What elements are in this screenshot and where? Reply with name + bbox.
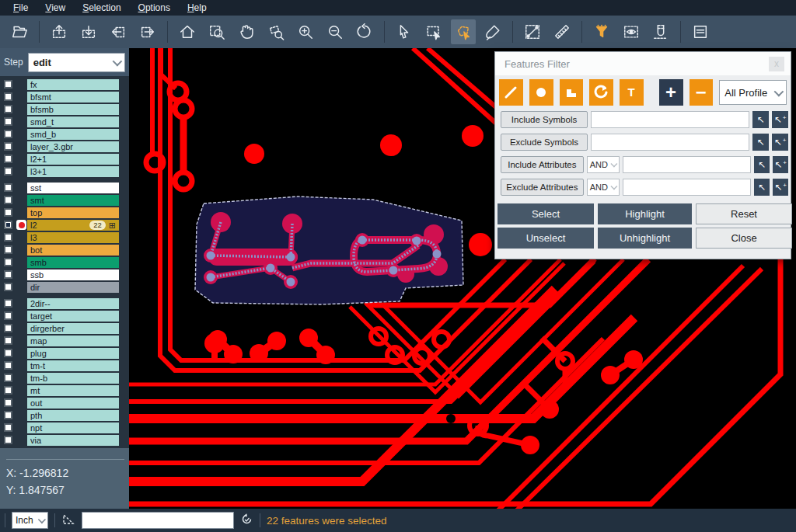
- measure-line-icon[interactable]: [520, 19, 545, 44]
- layer-strip[interactable]: l2+1: [27, 154, 119, 165]
- move-down-icon[interactable]: [76, 19, 101, 44]
- remove-filter-button[interactable]: −: [690, 79, 714, 106]
- layer-checkbox[interactable]: [4, 130, 12, 138]
- layer-checkbox[interactable]: [4, 349, 12, 357]
- layer-row-tm-b[interactable]: tm-b: [0, 372, 129, 384]
- layer-checkbox[interactable]: [4, 245, 12, 254]
- layer-row-bot[interactable]: bot: [0, 244, 129, 256]
- move-right-icon[interactable]: [135, 19, 160, 44]
- grid-icon[interactable]: ⊞: [109, 221, 116, 230]
- pick-from-canvas-button[interactable]: ↖: [754, 179, 770, 196]
- filter-row-label-button[interactable]: Exclude Symbols: [501, 134, 588, 151]
- layer-checkbox[interactable]: [4, 208, 12, 217]
- menu-file[interactable]: File: [6, 1, 35, 15]
- layer-checkbox[interactable]: [4, 436, 12, 444]
- layer-checkbox[interactable]: [4, 311, 12, 320]
- add-filter-button[interactable]: +: [659, 79, 683, 106]
- reset-button[interactable]: Reset: [696, 203, 792, 224]
- layer-checkbox[interactable]: [4, 374, 12, 382]
- layer-checkbox[interactable]: [4, 361, 12, 370]
- layer-checkbox[interactable]: [4, 167, 12, 176]
- measure-ruler-icon[interactable]: [550, 19, 574, 44]
- zoom-polygon-icon[interactable]: [264, 19, 288, 44]
- select-rect-icon[interactable]: [421, 19, 446, 44]
- filter-row-input[interactable]: [591, 111, 749, 128]
- layer-row-smb[interactable]: smb: [0, 256, 129, 268]
- layer-row-pth[interactable]: pth: [0, 409, 129, 421]
- layer-row-l3[interactable]: l3: [0, 231, 129, 243]
- pick-add-from-canvas-button[interactable]: ↖+: [772, 134, 788, 151]
- layer-row-tm-t[interactable]: tm-t: [0, 360, 129, 371]
- layer-row-fx[interactable]: fx: [0, 78, 129, 90]
- layer-strip[interactable]: via: [27, 435, 119, 446]
- open-folder-icon[interactable]: [7, 19, 32, 44]
- layer-strip[interactable]: bot: [27, 245, 119, 256]
- layer-row-map[interactable]: map: [0, 335, 129, 346]
- layer-row-bfsmb[interactable]: bfsmb: [0, 103, 129, 115]
- layer-strip[interactable]: tm-t: [27, 360, 119, 371]
- pick-add-from-canvas-button[interactable]: ↖+: [772, 111, 788, 128]
- layer-row-out[interactable]: out: [0, 397, 129, 409]
- layer-row-npt[interactable]: npt: [0, 422, 129, 433]
- filter-row-input[interactable]: [623, 179, 751, 196]
- close-button[interactable]: Close: [696, 228, 792, 249]
- layer-checkbox[interactable]: [4, 155, 12, 163]
- layer-strip[interactable]: layer_3.gbr: [27, 141, 119, 152]
- pick-add-from-canvas-button[interactable]: ↖+: [773, 179, 788, 196]
- layer-row-bfsmt[interactable]: bfsmt: [0, 91, 129, 103]
- menu-selection[interactable]: Selection: [75, 1, 127, 15]
- layer-checkbox[interactable]: [4, 398, 12, 407]
- layer-strip[interactable]: top: [27, 207, 119, 218]
- layer-row-smd_t[interactable]: smd_t: [0, 116, 129, 127]
- select-polygon-icon[interactable]: [451, 19, 476, 44]
- layer-row-dirgerber[interactable]: dirgerber: [0, 322, 129, 334]
- layer-checkbox[interactable]: [4, 324, 12, 332]
- layer-strip[interactable]: l3: [27, 232, 119, 243]
- mass-brush-icon[interactable]: [480, 19, 505, 44]
- zoom-previous-icon[interactable]: [352, 19, 377, 44]
- layer-row-l2[interactable]: l222⊞: [0, 219, 129, 231]
- layer-strip[interactable]: pth: [27, 410, 119, 421]
- layer-strip[interactable]: bfsmb: [27, 104, 119, 115]
- profile-select[interactable]: All Profile: [719, 80, 787, 105]
- layer-checkbox[interactable]: [4, 105, 12, 113]
- select-cursor-icon[interactable]: [392, 19, 417, 44]
- layer-row-2dir--[interactable]: 2dir--: [0, 297, 129, 309]
- layer-row-ssb[interactable]: ssb: [0, 269, 129, 280]
- home-icon[interactable]: [175, 19, 200, 44]
- layer-row-dir[interactable]: dir: [0, 281, 129, 293]
- layer-row-l3+1[interactable]: l3+1: [0, 165, 129, 177]
- layer-row-layer_3.gbr[interactable]: layer_3.gbr: [0, 141, 129, 152]
- layer-strip[interactable]: out: [27, 398, 119, 409]
- layer-checkbox[interactable]: [4, 386, 12, 395]
- move-left-icon[interactable]: [106, 19, 131, 44]
- filter-row-label-button[interactable]: Include Attributes: [501, 156, 584, 173]
- layer-checkbox[interactable]: [4, 299, 12, 308]
- layer-row-via[interactable]: via: [0, 434, 129, 446]
- layer-checkbox[interactable]: [4, 117, 12, 126]
- layer-checkbox[interactable]: [4, 336, 12, 345]
- filter-row-input[interactable]: [623, 156, 751, 173]
- layer-strip[interactable]: tm-b: [27, 373, 119, 384]
- command-input[interactable]: [82, 512, 234, 529]
- layer-strip[interactable]: l3+1: [27, 166, 119, 177]
- layer-strip[interactable]: smb: [27, 257, 119, 268]
- layer-strip[interactable]: dirgerber: [27, 323, 119, 334]
- layer-strip[interactable]: smd_t: [27, 116, 119, 127]
- layer-strip[interactable]: bfsmt: [27, 92, 119, 103]
- filter-row-label-button[interactable]: Exclude Attributes: [501, 179, 584, 196]
- layer-strip[interactable]: ssb: [27, 269, 119, 280]
- menu-options[interactable]: Options: [131, 1, 177, 15]
- layer-checkbox[interactable]: [4, 142, 12, 151]
- layer-checkbox[interactable]: [4, 196, 12, 204]
- step-select[interactable]: edit: [28, 53, 125, 72]
- layer-row-top[interactable]: top: [0, 207, 129, 218]
- layer-checkbox[interactable]: [4, 221, 12, 229]
- layer-row-smt[interactable]: smt: [0, 194, 129, 206]
- pick-from-canvas-button[interactable]: ↖: [754, 156, 770, 173]
- layer-checkbox[interactable]: [4, 233, 12, 242]
- layer-checkbox[interactable]: [4, 80, 12, 89]
- layer-strip[interactable]: smt: [27, 195, 119, 206]
- units-select[interactable]: Inch: [12, 512, 48, 529]
- layer-checkbox[interactable]: [4, 423, 12, 432]
